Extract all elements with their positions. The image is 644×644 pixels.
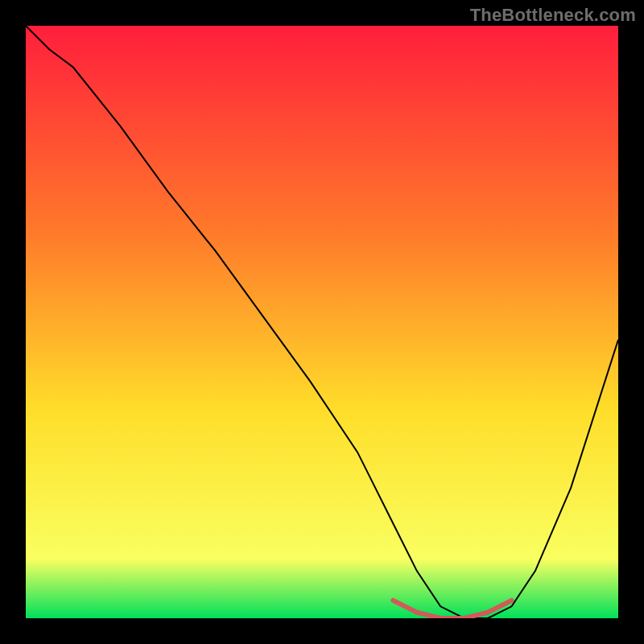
plot-background xyxy=(26,26,618,618)
chart-container: TheBottleneck.com xyxy=(0,0,644,644)
watermark-text: TheBottleneck.com xyxy=(470,5,636,26)
bottleneck-chart xyxy=(26,26,618,618)
